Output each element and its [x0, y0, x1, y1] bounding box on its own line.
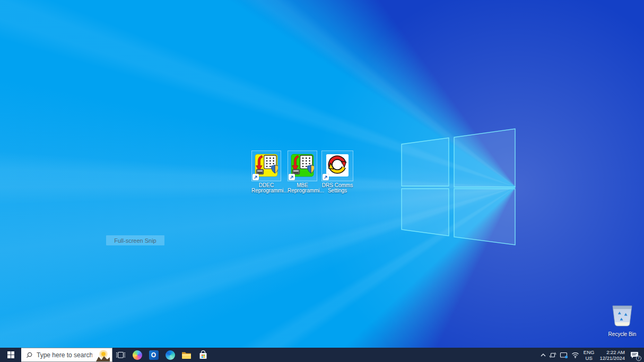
- drs-icon-label: DRS Comms Settings: [321, 183, 353, 193]
- taskbar-search-box[interactable]: Type here to search: [21, 348, 112, 362]
- copilot-icon: [133, 350, 142, 360]
- taskbar-edge-button[interactable]: [162, 348, 178, 362]
- recycle-bin-icon: [610, 301, 634, 329]
- store-icon: [198, 350, 208, 359]
- recycle-bin[interactable]: Recycle Bin: [608, 301, 637, 337]
- search-placeholder-text: Type here to search: [37, 351, 92, 359]
- taskbar-outlook-button[interactable]: O: [145, 348, 162, 362]
- clock-date: 12/21/2024: [599, 355, 625, 361]
- task-view-icon: [116, 351, 126, 359]
- desktop-icon-drs-comms-settings[interactable]: DRS Comms Settings: [321, 151, 353, 193]
- mbe-icon-box[interactable]: [288, 151, 317, 181]
- desktop-icon-mbe-reprogramming[interactable]: MBE Reprogrammi...: [288, 151, 317, 193]
- fullscreen-snip-tooltip: Full-screen Snip: [106, 235, 164, 245]
- taskbar-file-explorer-button[interactable]: [178, 348, 195, 362]
- search-icon: [25, 351, 33, 359]
- taskbar-empty-space: [211, 348, 539, 362]
- tray-display-status-button[interactable]: [558, 348, 570, 362]
- taskbar-store-button[interactable]: [195, 348, 211, 362]
- mbe-icon-label: MBE Reprogrammi...: [288, 183, 317, 193]
- folder-icon: [181, 351, 192, 359]
- taskbar: Type here to search O: [0, 348, 644, 362]
- start-button[interactable]: [0, 348, 21, 362]
- shortcut-arrow-overlay: [289, 174, 295, 180]
- language-line1: ENG: [584, 349, 595, 355]
- fullscreen-snip-tooltip-label: Full-screen Snip: [114, 237, 156, 244]
- chevron-up-icon: [541, 354, 546, 357]
- notification-count-badge: 7: [636, 356, 641, 361]
- clock-time: 2:22 AM: [606, 349, 625, 355]
- tray-network-button[interactable]: [570, 348, 581, 362]
- weather-sun-icon[interactable]: [96, 349, 110, 361]
- recycle-bin-label: Recycle Bin: [608, 331, 637, 337]
- action-center-button[interactable]: 7: [628, 348, 643, 362]
- sync-arrows-icon: [326, 154, 349, 177]
- shortcut-arrow-overlay: [323, 174, 329, 180]
- ddec-icon-label: DDEC Reprogrammi...: [251, 183, 281, 193]
- clock[interactable]: 2:22 AM 12/21/2024: [597, 348, 628, 362]
- wallpaper-windows-logo: [393, 121, 520, 248]
- windows-logo-icon: [7, 351, 14, 358]
- drs-icon-box[interactable]: [321, 151, 353, 181]
- tray-device-sync-button[interactable]: [547, 348, 558, 362]
- outlook-icon: O: [149, 350, 159, 360]
- device-sync-icon: [549, 351, 556, 359]
- wifi-icon: [571, 351, 579, 358]
- system-tray: ENG US 2:22 AM 12/21/2024 7: [539, 348, 644, 362]
- display-status-icon: [560, 351, 568, 359]
- desktop-icon-ddec-reprogramming[interactable]: DDEC Reprogrammi...: [251, 151, 281, 193]
- ddec-icon-box[interactable]: [251, 151, 281, 181]
- windows-desktop-screen: Full-screen Snip: [0, 0, 644, 362]
- edge-icon: [166, 350, 175, 360]
- desktop-wallpaper: Full-screen Snip: [0, 0, 644, 348]
- shortcut-arrow-overlay: [253, 174, 259, 180]
- language-indicator[interactable]: ENG US: [581, 348, 597, 362]
- show-hidden-icons-button[interactable]: [539, 348, 547, 362]
- taskbar-copilot-button[interactable]: [129, 348, 145, 362]
- language-line2: US: [586, 355, 593, 361]
- taskbar-task-view-button[interactable]: [112, 348, 129, 362]
